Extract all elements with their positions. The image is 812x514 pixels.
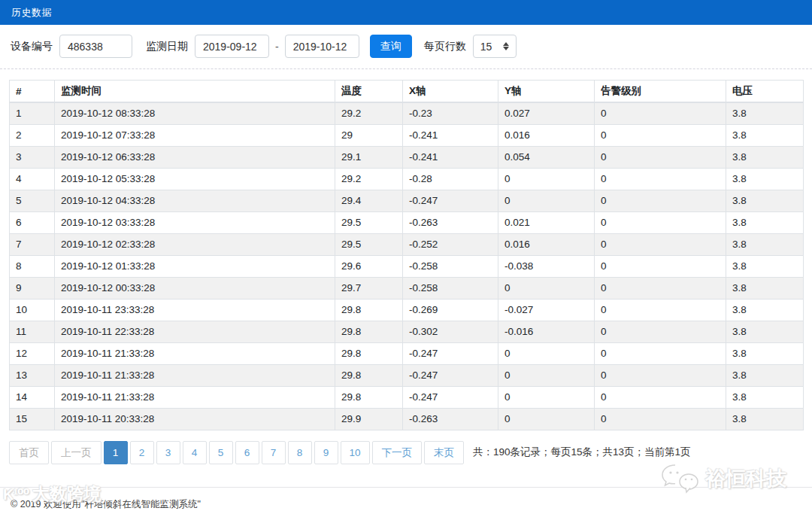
table-cell: 0	[595, 211, 726, 233]
table-cell: 9	[10, 277, 55, 299]
pagination-first-button[interactable]: 首页	[9, 441, 49, 465]
table-cell: 3.8	[726, 364, 804, 386]
pagination-page-button[interactable]: 5	[209, 441, 233, 465]
date-from-input[interactable]	[195, 35, 269, 58]
table-cell: 3.8	[726, 168, 804, 190]
footer-divider	[0, 487, 812, 488]
column-header: 告警级别	[595, 81, 726, 103]
query-button[interactable]: 查询	[370, 35, 412, 58]
filter-divider	[0, 68, 812, 69]
table-cell: 3.8	[726, 386, 804, 408]
table-cell: 11	[10, 321, 55, 342]
table-cell: 0	[498, 364, 595, 386]
table-cell: 0	[595, 364, 726, 386]
table-cell: 2019-10-11 20:33:28	[55, 408, 335, 430]
table-cell: 2019-10-12 05:33:28	[55, 168, 335, 190]
page-title: 历史数据	[0, 0, 812, 25]
table-cell: 0	[595, 342, 726, 364]
table-cell: -0.28	[403, 168, 498, 190]
pagination-next-button[interactable]: 下一页	[372, 441, 423, 465]
pagination-page-button[interactable]: 7	[262, 441, 286, 465]
table-cell: 2019-10-12 06:33:28	[55, 146, 335, 168]
table-cell: 2019-10-12 03:33:28	[55, 211, 335, 233]
table-cell: 0.016	[498, 233, 595, 255]
table-row: 122019-10-11 21:33:2829.8-0.247003.8	[10, 342, 804, 364]
table-cell: -0.016	[498, 321, 595, 342]
table-row: 62019-10-12 03:33:2829.5-0.2630.02103.8	[10, 211, 804, 233]
pagination-page-button[interactable]: 3	[156, 441, 180, 465]
table-cell: 3.8	[726, 102, 804, 124]
history-data-table: #监测时间温度X轴Y轴告警级别电压 12019-10-12 08:33:2829…	[9, 80, 804, 430]
table-cell: -0.252	[403, 233, 498, 255]
table-cell: 29.9	[335, 408, 403, 430]
table-cell: 2019-10-12 08:33:28	[55, 102, 335, 124]
pagination-page-button[interactable]: 1	[104, 441, 128, 465]
table-cell: 29.4	[335, 190, 403, 211]
pagination-prev-button[interactable]: 上一页	[51, 441, 102, 465]
table-cell: -0.241	[403, 146, 498, 168]
table-cell: -0.258	[403, 277, 498, 299]
table-row: 52019-10-12 04:33:2829.4-0.247003.8	[10, 190, 804, 211]
table-cell: 0	[595, 299, 726, 321]
pagination-last-button[interactable]: 末页	[424, 441, 464, 465]
table-row: 32019-10-12 06:33:2829.1-0.2410.05403.8	[10, 146, 804, 168]
column-header: 温度	[335, 81, 403, 103]
table-cell: 3.8	[726, 124, 804, 146]
table-cell: 29.5	[335, 211, 403, 233]
table-cell: -0.247	[403, 342, 498, 364]
table-cell: 2019-10-12 02:33:28	[55, 233, 335, 255]
table-cell: -0.258	[403, 255, 498, 277]
column-header: Y轴	[498, 81, 595, 103]
table-cell: 0	[595, 168, 726, 190]
device-number-input[interactable]	[59, 35, 132, 58]
rows-per-page-select[interactable]: 15	[473, 35, 517, 58]
table-cell: 0	[498, 190, 595, 211]
table-header-row: #监测时间温度X轴Y轴告警级别电压	[10, 81, 804, 103]
table-cell: 0	[595, 190, 726, 211]
filter-bar: 设备编号 监测日期 - 查询 每页行数 15	[0, 25, 812, 67]
table-cell: -0.247	[403, 364, 498, 386]
rows-per-page-label: 每页行数	[424, 40, 466, 53]
pagination-page-button[interactable]: 2	[130, 441, 154, 465]
table-cell: 0	[498, 408, 595, 430]
table-cell: 29.8	[335, 386, 403, 408]
column-header: X轴	[403, 81, 498, 103]
table-cell: 0.027	[498, 102, 595, 124]
table-cell: 2019-10-12 04:33:28	[55, 190, 335, 211]
table-cell: 3.8	[726, 211, 804, 233]
table-cell: 3.8	[726, 342, 804, 364]
table-cell: 3.8	[726, 408, 804, 430]
yuheng-watermark-text: 裕恒科技	[705, 465, 786, 492]
table-cell: -0.263	[403, 211, 498, 233]
table-cell: 29.2	[335, 102, 403, 124]
table-cell: -0.038	[498, 255, 595, 277]
table-cell: 3.8	[726, 277, 804, 299]
yuheng-watermark: 裕恒科技	[660, 462, 786, 495]
date-to-input[interactable]	[285, 35, 359, 58]
pagination-page-button[interactable]: 4	[183, 441, 207, 465]
table-cell: -0.23	[403, 102, 498, 124]
table-cell: 0.054	[498, 146, 595, 168]
table-row: 112019-10-11 22:33:2829.8-0.302-0.01603.…	[10, 321, 804, 342]
pagination-page-button[interactable]: 8	[288, 441, 312, 465]
table-cell: 3.8	[726, 299, 804, 321]
pagination-summary: 共：190条记录；每页15条；共13页；当前第1页	[473, 446, 691, 459]
table-cell: 0	[498, 168, 595, 190]
table-cell: -0.263	[403, 408, 498, 430]
pagination-page-button[interactable]: 6	[235, 441, 259, 465]
table-cell: 0	[595, 277, 726, 299]
table-cell: -0.241	[403, 124, 498, 146]
pagination-page-button[interactable]: 10	[341, 441, 370, 465]
table-cell: 7	[10, 233, 55, 255]
table-cell: 12	[10, 342, 55, 364]
table-row: 12019-10-12 08:33:2829.2-0.230.02703.8	[10, 102, 804, 124]
table-cell: -0.247	[403, 190, 498, 211]
table-row: 132019-10-11 21:33:2829.8-0.247003.8	[10, 364, 804, 386]
table-cell: 0	[595, 233, 726, 255]
table-cell: 2019-10-12 07:33:28	[55, 124, 335, 146]
table-cell: 10	[10, 299, 55, 321]
table-cell: 0	[595, 386, 726, 408]
table-cell: 0.021	[498, 211, 595, 233]
device-number-label: 设备编号	[11, 40, 53, 53]
pagination-page-button[interactable]: 9	[314, 441, 338, 465]
